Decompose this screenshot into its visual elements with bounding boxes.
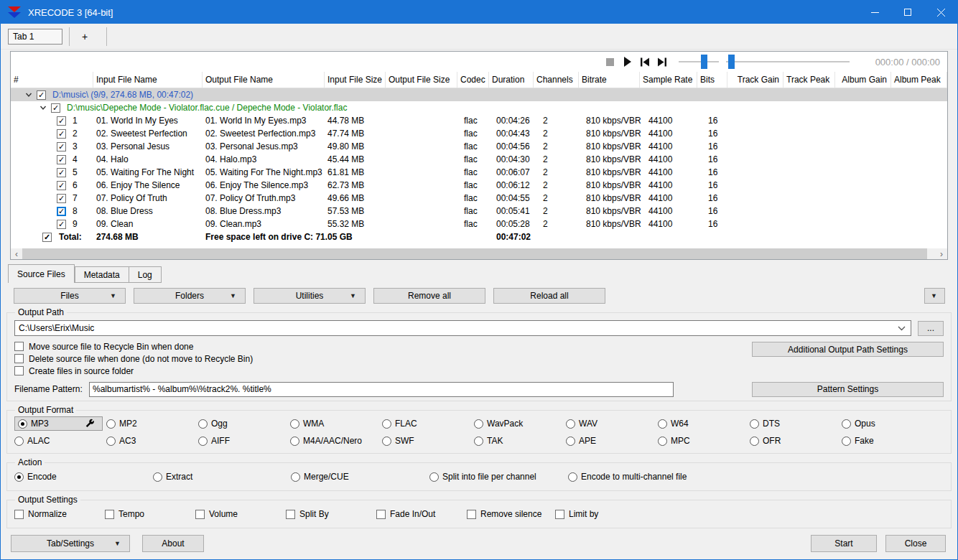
format-radio-w64[interactable] xyxy=(658,419,667,429)
chevron-down-icon[interactable] xyxy=(39,104,47,111)
minimize-button[interactable] xyxy=(858,1,891,24)
chevron-down-icon[interactable] xyxy=(25,91,32,98)
track-checkbox[interactable] xyxy=(57,194,66,203)
format-option-swf[interactable]: SWF xyxy=(382,432,474,449)
setting-option-limit-by[interactable]: Limit by xyxy=(555,505,944,523)
create-in-source-checkbox[interactable] xyxy=(14,366,24,375)
table-row-cue-file[interactable]: D:\music\Depeche Mode - Violator.flac.cu… xyxy=(11,101,947,114)
format-option-fake[interactable]: Fake xyxy=(842,432,934,449)
format-radio-mp3[interactable] xyxy=(18,419,27,429)
output-path-combobox[interactable]: C:\Users\Erix\Music xyxy=(14,320,911,336)
column-header-album-peak[interactable]: Album Peak xyxy=(891,72,947,88)
action-option-split-into-file-per-channel[interactable]: Split into file per channel xyxy=(429,467,568,486)
volume-slider[interactable] xyxy=(679,55,719,69)
format-option-tak[interactable]: TAK xyxy=(474,432,566,449)
scroll-left-icon[interactable]: ‹ xyxy=(11,248,22,259)
format-radio-m4a-aac-nero[interactable] xyxy=(290,437,299,446)
setting-checkbox-tempo[interactable] xyxy=(105,510,114,519)
action-radio-merge-cue[interactable] xyxy=(291,472,300,482)
volume-slider-thumb[interactable] xyxy=(701,55,707,69)
reload-all-button[interactable]: Reload all xyxy=(493,288,605,304)
table-row-track-9[interactable]: 909. Clean09. Clean.mp355.32 MBflac00:05… xyxy=(11,218,947,230)
format-option-wma[interactable]: WMA xyxy=(290,415,382,432)
column-header-track-peak[interactable]: Track Peak xyxy=(783,72,835,88)
column-header-duration[interactable]: Duration xyxy=(489,72,534,88)
table-row-track-7[interactable]: 707. Policy Of Truth07. Policy Of Truth.… xyxy=(11,192,947,205)
format-radio-dts[interactable] xyxy=(750,419,759,429)
action-option-encode[interactable]: Encode xyxy=(14,467,153,486)
column-header-codec[interactable]: Codec xyxy=(457,72,489,88)
column-header-bitrate[interactable]: Bitrate xyxy=(579,72,640,88)
tab-log[interactable]: Log xyxy=(129,266,162,283)
format-radio-ape[interactable] xyxy=(566,437,575,446)
track-checkbox[interactable] xyxy=(57,207,66,216)
remove-all-button[interactable]: Remove all xyxy=(373,288,485,304)
format-radio-swf[interactable] xyxy=(382,437,391,446)
track-checkbox[interactable] xyxy=(57,220,66,229)
start-button[interactable]: Start xyxy=(811,535,877,552)
recycle-bin-checkbox[interactable] xyxy=(14,342,24,351)
track-checkbox[interactable] xyxy=(57,129,66,139)
setting-checkbox-fade-in-out[interactable] xyxy=(376,510,386,519)
about-button[interactable]: About xyxy=(142,535,204,552)
setting-checkbox-volume[interactable] xyxy=(195,510,205,519)
track-checkbox[interactable] xyxy=(57,155,66,164)
setting-checkbox-normalize[interactable] xyxy=(14,510,24,519)
table-row-track-5[interactable]: 505. Waiting For The Night05. Waiting Fo… xyxy=(11,166,947,179)
tab-source-files[interactable]: Source Files xyxy=(8,264,75,283)
total-checkbox[interactable] xyxy=(42,233,52,242)
setting-checkbox-limit-by[interactable] xyxy=(555,510,564,519)
column-header-num[interactable]: # xyxy=(11,72,93,88)
setting-checkbox-split-by[interactable] xyxy=(286,510,295,519)
table-row-root-folder[interactable]: D:\music\ (9/9, 274.68 MB, 00:47:02) xyxy=(11,88,947,101)
tab-settings-dropdown-button[interactable]: Tab/Settings▼ xyxy=(11,535,130,552)
format-option-wav[interactable]: WAV xyxy=(566,415,658,432)
format-option-ac3[interactable]: AC3 xyxy=(106,432,198,449)
pattern-settings-button[interactable]: Pattern Settings xyxy=(752,382,944,397)
format-option-ogg[interactable]: Ogg xyxy=(198,415,290,432)
table-row-track-1[interactable]: 101. World In My Eyes01. World In My Eye… xyxy=(11,114,947,127)
format-radio-wav[interactable] xyxy=(566,419,575,429)
column-header-output-file-name[interactable]: Output File Name xyxy=(203,72,325,88)
format-radio-aiff[interactable] xyxy=(198,437,208,446)
setting-option-split-by[interactable]: Split By xyxy=(286,505,376,523)
stop-icon[interactable] xyxy=(605,57,615,67)
format-option-flac[interactable]: FLAC xyxy=(382,415,474,432)
filename-pattern-input[interactable] xyxy=(89,382,674,397)
format-option-m4a-aac-nero[interactable]: M4A/AAC/Nero xyxy=(290,432,382,449)
folders-dropdown-button[interactable]: Folders▼ xyxy=(134,288,246,304)
setting-checkbox-remove-silence[interactable] xyxy=(467,510,476,519)
format-option-opus[interactable]: Opus xyxy=(842,415,934,432)
format-radio-mpc[interactable] xyxy=(658,437,667,446)
action-radio-extract[interactable] xyxy=(153,472,162,482)
format-radio-wma[interactable] xyxy=(290,419,299,429)
format-radio-tak[interactable] xyxy=(474,437,483,446)
maximize-button[interactable] xyxy=(891,1,924,24)
format-option-dts[interactable]: DTS xyxy=(750,415,842,432)
column-header-input-file-size[interactable]: Input File Size xyxy=(325,72,386,88)
delete-source-checkbox[interactable] xyxy=(14,354,24,363)
table-row-track-2[interactable]: 202. Sweetest Perfection02. Sweetest Per… xyxy=(11,127,947,140)
play-icon[interactable] xyxy=(623,57,633,67)
track-checkbox[interactable] xyxy=(57,168,66,177)
format-option-wavpack[interactable]: WavPack xyxy=(474,415,566,432)
selected-format-box[interactable]: MP3 xyxy=(14,416,103,431)
action-option-merge-cue[interactable]: Merge/CUE xyxy=(291,467,429,486)
column-header-input-file-name[interactable]: Input File Name xyxy=(93,72,203,88)
utilities-dropdown-button[interactable]: Utilities▼ xyxy=(254,288,366,304)
format-radio-wavpack[interactable] xyxy=(474,419,483,429)
column-header-album-gain[interactable]: Album Gain xyxy=(835,72,891,88)
tab-metadata[interactable]: Metadata xyxy=(75,266,129,283)
format-radio-ac3[interactable] xyxy=(106,437,116,446)
close-button[interactable] xyxy=(924,1,957,24)
additional-output-path-settings-button[interactable]: Additional Output Path Settings xyxy=(752,342,944,357)
format-radio-fake[interactable] xyxy=(842,437,851,446)
format-option-alac[interactable]: ALAC xyxy=(14,432,106,449)
format-radio-flac[interactable] xyxy=(382,419,391,429)
setting-option-volume[interactable]: Volume xyxy=(195,505,286,523)
format-option-ofr[interactable]: OFR xyxy=(750,432,842,449)
more-options-dropdown-button[interactable]: ▼ xyxy=(924,288,945,304)
table-row-track-6[interactable]: 606. Enjoy The Silence06. Enjoy The Sile… xyxy=(11,179,947,192)
seek-slider-thumb[interactable] xyxy=(728,55,735,69)
table-row-track-4[interactable]: 404. Halo04. Halo.mp345.44 MBflac00:04:3… xyxy=(11,153,947,166)
